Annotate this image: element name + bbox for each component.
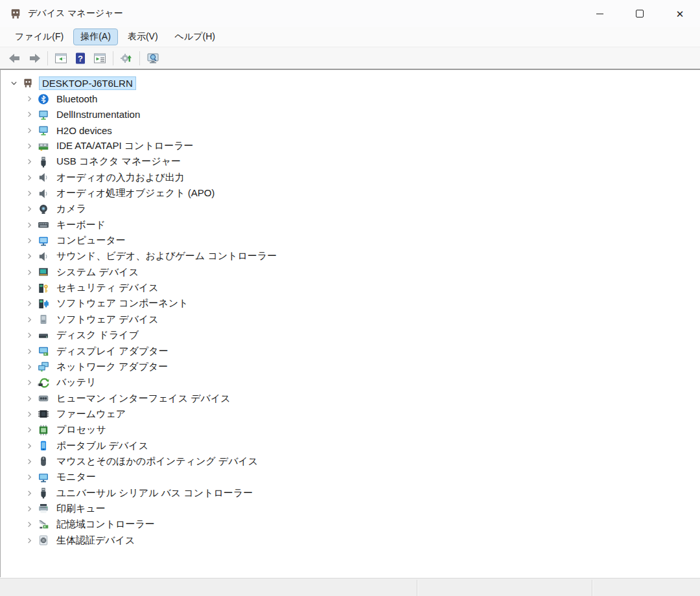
camera-icon [36, 203, 51, 216]
back-arrow-icon [8, 52, 21, 65]
help-button[interactable]: ? [71, 50, 89, 67]
tree-item-label: 生体認証デバイス [54, 534, 137, 547]
tree-row-4[interactable]: USB コネクタ マネージャー [1, 154, 700, 170]
tree-row-28[interactable]: 生体認証デバイス [1, 533, 700, 548]
tree-item-label: 印刷キュー [54, 502, 108, 516]
tree-row-19[interactable]: ヒューマン インターフェイス デバイス [1, 391, 700, 406]
tree-row-22[interactable]: ポータブル デバイス [1, 438, 700, 453]
tree-row-23[interactable]: マウスとそのほかのポインティング デバイス [1, 453, 700, 469]
computer-monitor-icon [36, 235, 51, 247]
chevron-right-icon[interactable] [23, 140, 36, 153]
close-icon: ✕ [676, 9, 684, 19]
tree-row-3[interactable]: IDE ATA/ATAPI コントローラー [1, 138, 700, 154]
tree-item-label: マウスとそのほかのポインティング デバイス [54, 455, 260, 468]
tree-row-2[interactable]: H2O devices [1, 122, 700, 138]
chevron-right-icon[interactable] [23, 345, 36, 358]
close-button[interactable]: ✕ [660, 0, 700, 27]
chevron-right-icon[interactable] [23, 93, 36, 106]
tree-row-15[interactable]: ディスク ドライブ [1, 328, 700, 343]
hid-icon [36, 392, 51, 405]
tree-row-17[interactable]: ネットワーク アダプター [1, 359, 700, 374]
action-pane-toggle-button[interactable] [91, 50, 109, 67]
device-manager-window: デバイス マネージャー ✕ ファイル(F)操作(A)表示(V)ヘルプ(H) ? … [0, 0, 700, 596]
network-monitor-icon [36, 108, 51, 121]
forward-button[interactable] [25, 50, 43, 67]
chevron-right-icon[interactable] [23, 518, 36, 531]
tree-row-24[interactable]: モニター [1, 470, 700, 485]
tree-row-16[interactable]: ディスプレイ アダプター [1, 343, 700, 359]
chevron-right-icon[interactable] [23, 360, 36, 373]
tree-row-26[interactable]: 印刷キュー [1, 501, 700, 516]
tree-row-10[interactable]: サウンド、ビデオ、およびゲーム コントローラー [1, 249, 700, 264]
chevron-right-icon[interactable] [23, 313, 36, 326]
console-tree-toggle-button[interactable] [52, 50, 70, 67]
tree-item-label: ファームウェア [54, 407, 128, 421]
update-driver-button[interactable] [117, 50, 135, 67]
tree-row-1[interactable]: DellInstrumentation [1, 107, 700, 122]
menu-item-3[interactable]: ヘルプ(H) [168, 29, 222, 45]
menu-item-2[interactable]: 表示(V) [121, 29, 165, 45]
chevron-right-icon[interactable] [23, 218, 36, 231]
tree-row-9[interactable]: コンピューター [1, 233, 700, 248]
tree-item-label: DESKTOP-J6T6LRN [39, 76, 136, 90]
chevron-right-icon[interactable] [23, 424, 36, 437]
chevron-right-icon[interactable] [23, 297, 36, 310]
tree-item-label: ポータブル デバイス [54, 439, 150, 453]
chevron-right-icon[interactable] [23, 376, 36, 389]
tree-row-11[interactable]: システム デバイス [1, 264, 700, 280]
menu-item-1[interactable]: 操作(A) [73, 29, 118, 45]
tree-row-8[interactable]: キーボード [1, 217, 700, 233]
titlebar: デバイス マネージャー ✕ [0, 0, 700, 27]
chevron-right-icon[interactable] [23, 171, 36, 184]
chevron-right-icon[interactable] [23, 392, 36, 405]
tree-row-12[interactable]: セキュリティ デバイス [1, 280, 700, 295]
chevron-right-icon[interactable] [23, 471, 36, 484]
chevron-right-icon[interactable] [23, 124, 36, 137]
tree-item-label: システム デバイス [54, 266, 141, 279]
chevron-right-icon[interactable] [23, 502, 36, 515]
tree-item-label: ソフトウェア コンポーネント [54, 297, 190, 310]
tree-item-label: IDE ATA/ATAPI コントローラー [54, 139, 196, 153]
tree-item-label: キーボード [54, 218, 108, 232]
chevron-right-icon[interactable] [23, 108, 36, 121]
chevron-right-icon[interactable] [23, 407, 36, 420]
device-manager-icon [9, 7, 22, 20]
tree-row-14[interactable]: ソフトウェア デバイス [1, 312, 700, 327]
chevron-right-icon[interactable] [23, 534, 36, 547]
chevron-right-icon[interactable] [23, 203, 36, 216]
scan-hardware-changes-button[interactable] [144, 50, 162, 67]
toolbar-separator [47, 51, 48, 65]
chevron-right-icon[interactable] [23, 155, 36, 168]
maximize-button[interactable] [620, 0, 660, 27]
chevron-right-icon[interactable] [23, 266, 36, 279]
minimize-button[interactable] [579, 0, 620, 27]
toolbar-separator [139, 51, 140, 65]
tree-item-label: ユニバーサル シリアル バス コントローラー [54, 487, 255, 500]
tree-row-27[interactable]: 記憶域コントローラー [1, 517, 700, 533]
tree-row-25[interactable]: ユニバーサル シリアル バス コントローラー [1, 485, 700, 501]
tree-row-18[interactable]: バッテリ [1, 375, 700, 391]
tree-item-label: ディスク ドライブ [54, 328, 141, 342]
chevron-right-icon[interactable] [23, 329, 36, 342]
usb-plug-icon [36, 487, 51, 499]
chevron-right-icon[interactable] [23, 187, 36, 200]
chevron-right-icon[interactable] [23, 455, 36, 468]
menu-item-0[interactable]: ファイル(F) [8, 29, 71, 45]
chevron-right-icon[interactable] [23, 487, 36, 499]
back-button[interactable] [6, 50, 24, 67]
tree-row-21[interactable]: プロセッサ [1, 422, 700, 438]
chevron-down-icon[interactable] [7, 76, 20, 89]
chevron-right-icon[interactable] [23, 235, 36, 247]
tree-row-20[interactable]: ファームウェア [1, 406, 700, 422]
tree-row-13[interactable]: ソフトウェア コンポーネント [1, 296, 700, 312]
tree-row-0[interactable]: Bluetooth [1, 91, 700, 106]
chevron-right-icon[interactable] [23, 439, 36, 452]
chevron-right-icon[interactable] [23, 250, 36, 263]
bottom-strip [0, 578, 700, 596]
tree-root-row[interactable]: DESKTOP-J6T6LRN [1, 75, 700, 91]
tree-row-6[interactable]: オーディオ処理オブジェクト (APO) [1, 185, 700, 201]
tree-row-5[interactable]: オーディオの入力および出力 [1, 170, 700, 185]
system-device-icon [36, 266, 51, 279]
tree-row-7[interactable]: カメラ [1, 201, 700, 217]
chevron-right-icon[interactable] [23, 282, 36, 295]
